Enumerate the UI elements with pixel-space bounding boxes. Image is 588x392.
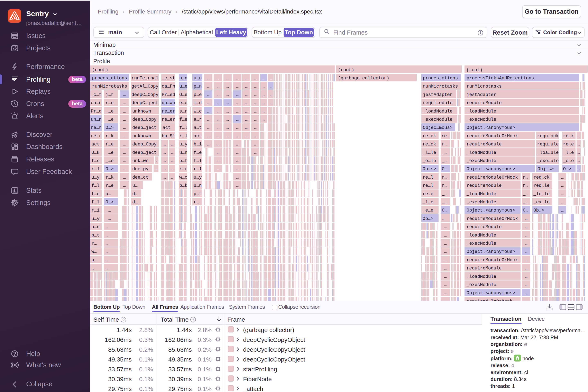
svg-text:a…r: a…r	[194, 117, 202, 122]
svg-text:getAl…Copy: getAl…Copy	[131, 84, 158, 89]
svg-text:ca…n: ca…n	[91, 100, 102, 106]
svg-text:runMicrotasks: runMicrotasks	[423, 84, 458, 89]
svg-text:_execModule: _execModule	[423, 117, 452, 122]
svg-text:re…er: re…er	[162, 109, 175, 114]
svg-text:…: …	[105, 266, 108, 271]
svg-text:…: …	[123, 117, 126, 122]
svg-text:…: …	[123, 125, 126, 130]
svg-text:a…t: a…t	[194, 125, 202, 130]
svg-text:re…l: re…l	[423, 175, 433, 180]
svg-text:p…n: p…n	[194, 84, 202, 89]
svg-text:…: …	[163, 175, 166, 180]
svg-text:f…l: f…l	[91, 200, 100, 205]
svg-text:…: …	[442, 216, 444, 221]
svg-text:f…l: f…l	[194, 158, 202, 164]
svg-text:_…e: _…e	[105, 150, 114, 155]
svg-text:…: …	[263, 84, 265, 89]
svg-text:…: …	[236, 175, 239, 180]
svg-text:…: …	[226, 84, 229, 89]
svg-text:un…wn: un…wn	[162, 100, 175, 106]
svg-text:re…er: re…er	[162, 117, 175, 122]
svg-text:s…r: s…r	[179, 109, 188, 114]
svg-text:deep…ject: deep…ject	[132, 125, 157, 130]
svg-text:…: …	[254, 125, 257, 130]
svg-text:…: …	[444, 290, 447, 296]
svg-text:r…: r…	[91, 241, 97, 246]
svg-text:u…y: u…y	[194, 175, 202, 180]
svg-text:re…r: re…r	[91, 134, 102, 139]
svg-text:_l…le: _l…le	[422, 150, 436, 155]
svg-text:…: …	[217, 84, 219, 89]
svg-text:re…e: re…e	[563, 142, 574, 147]
svg-text:_…: _…	[523, 192, 528, 196]
svg-text:_…: _…	[523, 200, 528, 205]
svg-text:…: …	[561, 183, 564, 188]
svg-text:p…k: p…k	[179, 183, 188, 188]
svg-text:deep…ject: deep…ject	[132, 150, 157, 155]
svg-text:…: …	[163, 166, 166, 172]
svg-text:…: …	[444, 274, 447, 279]
svg-text:…: …	[91, 266, 94, 271]
svg-text:…: …	[525, 224, 528, 230]
svg-text:unk…wn: unk…wn	[132, 158, 148, 164]
svg-text:…: …	[254, 100, 257, 106]
svg-text:…: …	[245, 100, 248, 106]
svg-text:_execModule: _execModule	[466, 241, 496, 246]
svg-text:Object.<anonymous>: Object.<anonymous>	[467, 166, 515, 172]
svg-text:_loadModule: _loadModule	[466, 233, 496, 238]
svg-text:…: …	[105, 233, 108, 238]
svg-text:u…n: u…n	[179, 150, 188, 155]
svg-text:…: …	[444, 258, 447, 263]
svg-text:…: …	[207, 76, 210, 81]
svg-text:…: …	[217, 100, 219, 106]
svg-text:_loadModule: _loadModule	[466, 192, 496, 196]
svg-text:…: …	[561, 192, 564, 196]
svg-text:…: …	[525, 233, 528, 238]
svg-text:requi…odule: requi…odule	[423, 100, 452, 106]
svg-text:act: act	[194, 134, 202, 139]
svg-text:_…: _…	[442, 192, 447, 196]
svg-text:r…e: r…e	[105, 183, 114, 188]
svg-text:_loadModule: _loadModule	[466, 274, 496, 279]
svg-text:…: …	[236, 150, 239, 155]
svg-text:…: …	[171, 158, 174, 164]
svg-text:…: …	[263, 76, 265, 81]
svg-text:r…: r…	[194, 200, 199, 205]
svg-text:_…: _…	[442, 158, 447, 164]
svg-text:re…k: re…k	[563, 134, 574, 139]
svg-text:requireModuleOrMock: requireModuleOrMock	[467, 134, 518, 139]
svg-text:u…: u…	[105, 192, 111, 196]
svg-text:requireModuleOrMock: requireModuleOrMock	[467, 175, 518, 180]
svg-text:m…d: m…d	[194, 100, 202, 106]
svg-text:runMicrotasks: runMicrotasks	[467, 84, 502, 89]
svg-text:…: …	[525, 249, 528, 254]
svg-text:…: …	[171, 142, 174, 147]
svg-text:re…l: re…l	[423, 183, 433, 188]
svg-text:…: …	[226, 125, 229, 130]
svg-text:…: …	[207, 134, 210, 139]
svg-text:requ…ock: requ…ock	[537, 134, 559, 139]
svg-text:O…: O…	[523, 208, 528, 213]
svg-text:jestAdapter: jestAdapter	[423, 92, 452, 98]
svg-text:proces…ctions: proces…ctions	[92, 76, 127, 81]
svg-text:…: …	[207, 92, 210, 98]
svg-text:_l…e: _l…e	[422, 200, 433, 205]
svg-text:Pr…ed: Pr…ed	[162, 92, 175, 98]
svg-text:…: …	[217, 150, 219, 155]
svg-text:_loadModule: _loadModule	[423, 109, 452, 114]
svg-text:u…: u…	[132, 183, 138, 188]
svg-text:…: …	[236, 117, 239, 122]
svg-text:requireModule: requireModule	[467, 100, 502, 106]
svg-text:requ…ule: requ…ule	[537, 142, 559, 147]
svg-text:…: …	[263, 109, 265, 114]
svg-text:u…n: u…n	[91, 224, 100, 230]
svg-text:un…n: un…n	[91, 117, 102, 122]
svg-text:_…: _…	[105, 216, 111, 221]
svg-text:…: …	[226, 134, 229, 139]
svg-text:_loadModule: _loadModule	[466, 109, 496, 114]
svg-text:…: …	[236, 92, 239, 98]
svg-text:p…e: p…e	[194, 92, 202, 98]
svg-text:d…: d…	[132, 192, 138, 196]
svg-text:_…: _…	[105, 208, 111, 213]
svg-text:r…e: r…e	[105, 142, 114, 147]
